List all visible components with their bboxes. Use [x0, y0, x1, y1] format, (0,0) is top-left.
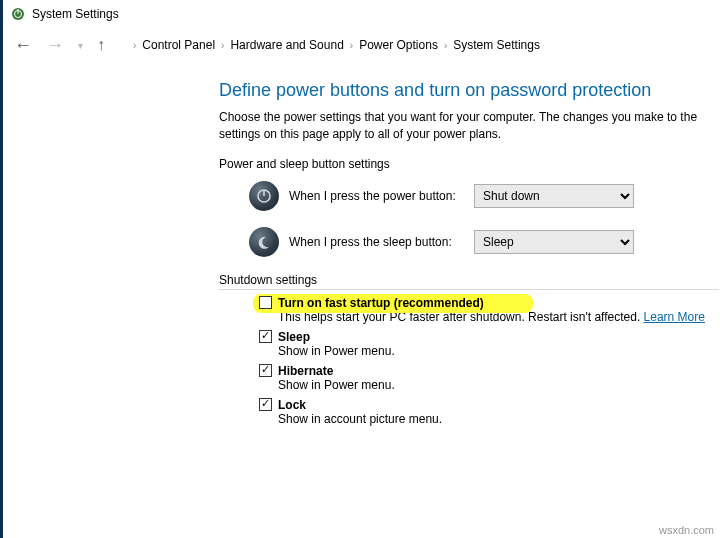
crumb-hardware-sound[interactable]: Hardware and Sound	[230, 38, 343, 52]
crumb-power-options[interactable]: Power Options	[359, 38, 438, 52]
moon-icon	[249, 227, 279, 257]
lock-checkbox[interactable]	[259, 398, 272, 411]
fast-startup-checkbox[interactable]	[259, 296, 272, 309]
recent-dropdown-icon[interactable]: ▾	[74, 38, 87, 53]
chevron-right-icon: ›	[350, 40, 353, 51]
window-title: System Settings	[32, 7, 119, 21]
crumb-control-panel[interactable]: Control Panel	[142, 38, 215, 52]
hibernate-desc: Show in Power menu.	[278, 378, 720, 392]
sleep-checkbox[interactable]	[259, 330, 272, 343]
power-icon	[249, 181, 279, 211]
power-button-row: When I press the power button: Shut down	[249, 181, 720, 211]
lock-label: Lock	[278, 398, 306, 412]
forward-button[interactable]: →	[42, 33, 68, 58]
page-description: Choose the power settings that you want …	[219, 109, 720, 143]
lock-desc: Show in account picture menu.	[278, 412, 720, 426]
sleep-button-action-select[interactable]: Sleep	[474, 230, 634, 254]
chevron-right-icon: ›	[133, 40, 136, 51]
fast-startup-label: Turn on fast startup (recommended)	[278, 296, 484, 310]
hibernate-row: Hibernate Show in Power menu.	[259, 364, 720, 392]
sleep-row: Sleep Show in Power menu.	[259, 330, 720, 358]
hibernate-label: Hibernate	[278, 364, 333, 378]
fast-startup-row: Turn on fast startup (recommended) This …	[259, 296, 720, 324]
chevron-right-icon: ›	[444, 40, 447, 51]
section-shutdown-settings: Shutdown settings	[219, 273, 719, 290]
sleep-button-label: When I press the sleep button:	[289, 235, 464, 249]
page-title: Define power buttons and turn on passwor…	[219, 80, 720, 101]
lock-row: Lock Show in account picture menu.	[259, 398, 720, 426]
power-button-label: When I press the power button:	[289, 189, 464, 203]
sleep-desc: Show in Power menu.	[278, 344, 720, 358]
watermark: wsxdn.com	[659, 524, 714, 536]
back-button[interactable]: ←	[10, 33, 36, 58]
hibernate-checkbox[interactable]	[259, 364, 272, 377]
sleep-button-row: When I press the sleep button: Sleep	[249, 227, 720, 257]
titlebar: System Settings	[0, 0, 720, 28]
navbar: ← → ▾ ↑ › Control Panel › Hardware and S…	[0, 28, 720, 62]
power-options-icon	[10, 6, 26, 22]
crumb-system-settings[interactable]: System Settings	[453, 38, 540, 52]
breadcrumb: › Control Panel › Hardware and Sound › P…	[131, 38, 540, 52]
power-button-action-select[interactable]: Shut down	[474, 184, 634, 208]
section-power-sleep-buttons: Power and sleep button settings	[219, 157, 720, 171]
sleep-label: Sleep	[278, 330, 310, 344]
up-button[interactable]: ↑	[93, 34, 109, 56]
chevron-right-icon: ›	[221, 40, 224, 51]
learn-more-link[interactable]: Learn More	[644, 310, 705, 324]
